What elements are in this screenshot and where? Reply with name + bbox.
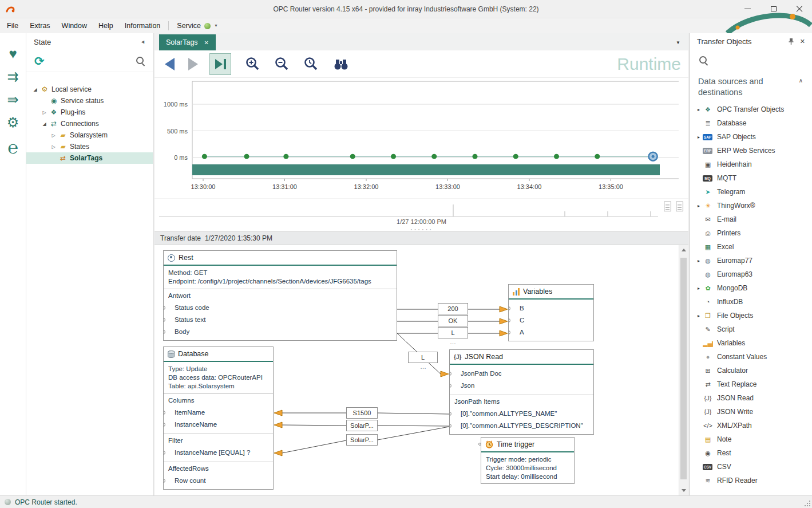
- tree-item-plug-ins[interactable]: ▷❖Plug-ins: [26, 107, 153, 118]
- expand-arrow-icon[interactable]: ▸: [695, 203, 703, 208]
- tree-item-local-service[interactable]: ◢⚙Local service: [26, 84, 153, 95]
- tree-item-connections[interactable]: ◢⇄Connections: [26, 118, 153, 129]
- transfer-object-xml-xpath[interactable]: </>XML/XPath: [690, 419, 812, 432]
- transfer-object-script[interactable]: ✎Script: [690, 322, 812, 336]
- nav-back-button[interactable]: [165, 58, 175, 70]
- tree-expander-icon[interactable]: ◢: [40, 121, 49, 127]
- node-port[interactable]: Body: [164, 326, 397, 338]
- transfer-heart-icon[interactable]: ♥: [9, 47, 17, 61]
- transfer-object-influxdb[interactable]: ◔InfluxDB: [690, 295, 812, 309]
- transfer-object-note[interactable]: ▤Note: [690, 432, 812, 446]
- tab-solartags[interactable]: SolarTags ✕: [159, 34, 216, 50]
- time-trigger-node[interactable]: Time trigger Trigger mode: periodicCycle…: [481, 437, 575, 484]
- runtime-chart[interactable]: 1000 ms500 ms0 ms13:30:0013:31:0013:32:0…: [155, 80, 679, 196]
- tree-expander-icon[interactable]: ▷: [40, 110, 49, 115]
- transfer-object-printers[interactable]: ⎙Printers: [690, 226, 812, 240]
- panel-close-icon[interactable]: ✕: [800, 38, 805, 45]
- opc-router-logo-icon[interactable]: ℮: [7, 139, 18, 156]
- service-dropdown-caret-icon[interactable]: ▼: [214, 18, 218, 33]
- node-port[interactable]: B: [509, 302, 593, 314]
- transfer-object-calculator[interactable]: ⊞Calculator: [690, 364, 812, 377]
- transfer-object-euromap77[interactable]: ▸◍Euromap77: [690, 254, 812, 267]
- node-port[interactable]: Status text: [164, 314, 397, 326]
- node-port[interactable]: InstanceName [EQUAL] ?: [164, 447, 273, 459]
- tab-close-icon[interactable]: ✕: [204, 40, 209, 46]
- tree-expander-icon[interactable]: ▷: [49, 133, 58, 138]
- node-port[interactable]: [0]."common.ALLTYPES_NAME": [450, 408, 593, 420]
- search-transfers-button[interactable]: [332, 57, 350, 71]
- template-connections-icon[interactable]: ⇛: [7, 93, 18, 107]
- menu-item-extras[interactable]: Extras: [24, 18, 56, 33]
- transfer-object-sap-objects[interactable]: ▸SAPSAP Objects: [690, 130, 812, 144]
- transfer-object-variables[interactable]: ▂▄▆Variables: [690, 336, 812, 350]
- search-icon[interactable]: [699, 56, 708, 65]
- transfer-object-erp-web-services[interactable]: ERPERP Web Services: [690, 144, 812, 157]
- zoom-time-range-button[interactable]: [303, 56, 319, 72]
- menu-item-window[interactable]: Window: [56, 18, 93, 33]
- resize-grip[interactable]: [803, 499, 811, 507]
- transfer-object-mongodb[interactable]: ▸✿MongoDB: [690, 281, 812, 295]
- panel-collapse-icon[interactable]: ◄: [140, 39, 145, 45]
- node-port[interactable]: Status code: [164, 302, 397, 314]
- close-button[interactable]: [786, 0, 812, 18]
- expand-arrow-icon[interactable]: ▸: [695, 258, 703, 263]
- expand-arrow-icon[interactable]: ▸: [695, 286, 703, 291]
- transfer-object-excel[interactable]: ▦Excel: [690, 240, 812, 254]
- flow-canvas[interactable]: Rest Method: GETEndpoint: /config/v1/pro…: [155, 245, 688, 495]
- zoom-in-button[interactable]: [245, 56, 260, 72]
- node-port[interactable]: C: [509, 314, 593, 326]
- refresh-icon[interactable]: ⟳: [34, 55, 45, 67]
- transfer-object-database[interactable]: ≣Database: [690, 116, 812, 130]
- timeline-page-icon[interactable]: [676, 202, 683, 211]
- json-read-node[interactable]: {J} JSON Read JsonPath DocJsonJsonPath I…: [449, 349, 594, 435]
- node-port[interactable]: JsonPath Doc: [450, 368, 593, 380]
- scroll-up-icon[interactable]: [679, 245, 688, 255]
- transfer-object-opc-transfer-objects[interactable]: ▸❖OPC Transfer Objects: [690, 103, 812, 116]
- tree-item-states[interactable]: ▷▰States: [26, 141, 153, 152]
- tree-item-service-status[interactable]: ◉Service status: [26, 95, 153, 107]
- node-port[interactable]: InstanceName: [164, 419, 273, 431]
- menu-item-file[interactable]: File: [1, 18, 24, 33]
- timeline-scrubber[interactable]: 1/27 12:00:00 PM: [155, 198, 688, 231]
- transfer-object-constant-values[interactable]: ●Constant Values: [690, 350, 812, 364]
- zoom-out-button[interactable]: [274, 56, 290, 72]
- variables-node[interactable]: Variables BCA: [508, 284, 594, 341]
- splitter-grip[interactable]: [410, 225, 433, 234]
- canvas-scrollbar[interactable]: [679, 245, 688, 495]
- tree-expander-icon[interactable]: ▷: [49, 144, 58, 149]
- menu-item-help[interactable]: Help: [93, 18, 119, 33]
- nav-forward-button[interactable]: [188, 58, 198, 70]
- transfer-object-thingworx[interactable]: ▸✳ThingWorx®: [690, 199, 812, 212]
- collapse-chevron-icon[interactable]: ∧: [799, 77, 803, 84]
- runtime-chart-region[interactable]: 1000 ms500 ms0 ms13:30:0013:31:0013:32:0…: [155, 78, 688, 198]
- tree-item-solarsystem[interactable]: ▷▰Solarsystem: [26, 129, 153, 141]
- database-node[interactable]: Database Type: UpdateDB access data: OPC…: [163, 346, 274, 490]
- search-icon[interactable]: [136, 57, 145, 65]
- transfer-object-text-replace[interactable]: ⇄Text Replace: [690, 377, 812, 391]
- menu-item-information[interactable]: Information: [119, 18, 167, 33]
- maximize-button[interactable]: [760, 0, 786, 18]
- transfer-object-e-mail[interactable]: ✉E-mail: [690, 212, 812, 226]
- menu-item-service[interactable]: Service ▼: [171, 18, 224, 33]
- rest-node[interactable]: Rest Method: GETEndpoint: /config/v1/pro…: [163, 250, 397, 341]
- transfer-object-telegram[interactable]: ➤Telegram: [690, 185, 812, 199]
- tab-list-dropdown-icon[interactable]: ▼: [676, 40, 680, 45]
- expand-arrow-icon[interactable]: ▸: [695, 107, 703, 112]
- section-data-sources[interactable]: Data sources and destinations ∧: [698, 76, 805, 98]
- node-port[interactable]: Row count: [164, 475, 273, 487]
- scroll-down-icon[interactable]: [679, 486, 688, 495]
- tree-item-solartags[interactable]: ⇄SolarTags: [26, 152, 153, 164]
- jump-to-latest-button[interactable]: [209, 53, 231, 75]
- transfer-object-json-read[interactable]: {J}JSON Read: [690, 391, 812, 405]
- pin-icon[interactable]: [788, 38, 794, 45]
- transfer-object-rfid-reader[interactable]: ≋RFID Reader: [690, 474, 812, 487]
- expand-arrow-icon[interactable]: ▸: [695, 135, 703, 140]
- expand-arrow-icon[interactable]: ▸: [695, 313, 703, 318]
- transfer-object-csv[interactable]: CSVCSV: [690, 460, 812, 474]
- transfer-object-rest[interactable]: ◉Rest: [690, 446, 812, 460]
- transfer-object-heidenhain[interactable]: ▣Heidenhain: [690, 157, 812, 171]
- node-port[interactable]: [0]."common.ALLTYPES_DESCRIPTION": [450, 420, 593, 432]
- scrollbar-thumb[interactable]: [680, 258, 687, 479]
- node-port[interactable]: A: [509, 326, 593, 338]
- connections-list-icon[interactable]: ⇉: [7, 70, 18, 84]
